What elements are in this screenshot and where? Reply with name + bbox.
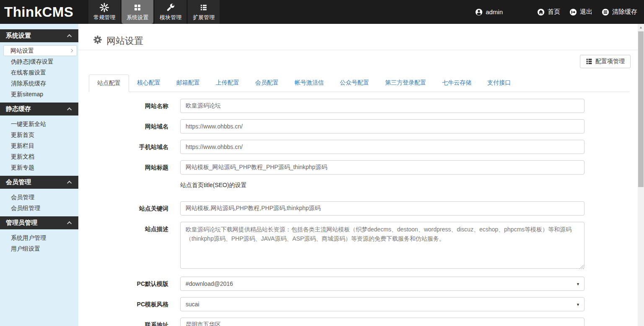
chevron-up-icon <box>67 180 72 185</box>
cache-icon <box>602 8 609 16</box>
sidebar-item[interactable]: 系统用户管理 <box>0 232 78 243</box>
topnav-item-4[interactable]: 扩展管理 <box>188 0 220 24</box>
sidebar-section-title: 会员管理 <box>6 178 31 186</box>
sidebar-item[interactable]: 在线客服设置 <box>0 67 78 78</box>
form-row: 站点关键词 <box>89 201 638 216</box>
mobile-domain-input[interactable] <box>180 140 585 154</box>
tab-9[interactable]: 七牛云存储 <box>434 74 479 92</box>
sidebar-item[interactable]: 更新文档 <box>0 151 78 162</box>
sidebar-section-header[interactable]: 会员管理 <box>0 176 78 189</box>
field-control: sucai▼ <box>180 297 585 311</box>
contact-address-input[interactable] <box>180 318 585 326</box>
app-logo[interactable]: ThinkCMS <box>0 0 79 24</box>
site-domain-input[interactable] <box>180 119 585 133</box>
grid-icon <box>133 3 142 13</box>
field-control <box>180 140 585 154</box>
sidebar-item-label: 更新栏目 <box>11 142 34 149</box>
sidebar-item-label: 清除系统缓存 <box>11 80 46 87</box>
topnav-item-3[interactable]: 模块管理 <box>155 0 186 24</box>
site-title-input[interactable] <box>180 160 585 175</box>
gear-icon <box>93 35 102 47</box>
page-header: 网站设置 <box>78 24 638 50</box>
field-control <box>180 119 585 133</box>
sidebar-item[interactable]: 伪静态|缓存设置 <box>0 56 78 67</box>
topbar-link-label: 首页 <box>548 8 560 16</box>
form-row: 网站标题 <box>89 160 638 175</box>
sidebar-item-label: 伪静态|缓存设置 <box>11 58 54 65</box>
form-row: 网站名称 <box>89 99 638 113</box>
config-items-button-label: 配置项管理 <box>595 58 625 65</box>
tab-1[interactable]: 站点配置 <box>89 74 129 92</box>
sidebar-section-header[interactable]: 静态缓存 <box>0 103 78 116</box>
sidebar-item-label: 会员管理 <box>11 194 34 200</box>
field-label: 网站名称 <box>89 99 168 113</box>
chevron-down-icon: ▼ <box>576 298 580 312</box>
topbar-link-2[interactable]: 退出 <box>569 8 592 16</box>
site-keywords-input[interactable] <box>180 201 585 216</box>
selected-value: sucai <box>186 301 199 308</box>
sidebar-item[interactable]: 网站设置 <box>3 45 77 56</box>
topbar: ThinkCMS 常规管理系统设置模块管理扩展管理 admin首页退出清除缓存 <box>0 0 644 24</box>
topbar-link-1[interactable]: 首页 <box>537 8 560 16</box>
sidebar-item[interactable]: 用户组设置 <box>0 243 78 254</box>
field-control <box>180 318 585 326</box>
topnav-item-2[interactable]: 系统设置 <box>122 0 153 24</box>
sidebar-section-header[interactable]: 系统设置 <box>0 29 78 42</box>
pc-default-template-select[interactable]: #download@2016▼ <box>180 277 585 291</box>
sidebar-item-label: 网站设置 <box>10 46 34 56</box>
sidebar-item[interactable]: 更新专题 <box>0 162 78 173</box>
page-title: 网站设置 <box>93 35 638 47</box>
sidebar-item[interactable]: 清除系统缓存 <box>0 78 78 89</box>
chevron-down-icon: ▼ <box>576 277 580 291</box>
sidebar-item[interactable]: 一键更新全站 <box>0 118 78 129</box>
form-row: 联系地址 <box>89 318 638 326</box>
sidebar-section-header[interactable]: 管理员管理 <box>0 216 78 229</box>
field-control: #download@2016▼ <box>180 277 585 291</box>
tab-7[interactable]: 公众号配置 <box>332 74 377 92</box>
settings-form: 网站名称网站域名手机站域名网站标题.站点首页title(SEO)的设置站点关键词… <box>89 99 638 326</box>
tab-6[interactable]: 帐号激活信 <box>287 74 332 92</box>
field-label: PC默认模版 <box>89 277 168 291</box>
config-items-button[interactable]: 配置项管理 <box>580 55 631 68</box>
selected-value: #download@2016 <box>186 280 233 287</box>
user-icon <box>475 8 483 16</box>
menu-list-icon <box>586 58 592 66</box>
field-label: 站点描述 <box>89 222 168 270</box>
chevron-up-icon <box>67 107 72 112</box>
chevron-up-icon <box>67 34 72 39</box>
tab-2[interactable]: 核心配置 <box>129 74 168 92</box>
topnav-item-1[interactable]: 常规管理 <box>88 0 120 24</box>
field-label: 网站标题 <box>89 160 168 175</box>
field-label: 联系地址 <box>89 318 168 326</box>
sidebar-item[interactable]: 会员管理 <box>0 192 78 203</box>
sidebar-section-title: 系统设置 <box>6 32 31 40</box>
sidebar-item[interactable]: 更新首页 <box>0 129 78 140</box>
vertical-scrollbar[interactable]: ▲ <box>638 24 644 326</box>
sidebar-section-items: 系统用户管理用户组设置 <box>0 229 78 257</box>
user-menu[interactable]: admin <box>475 8 503 16</box>
tab-3[interactable]: 邮箱配置 <box>168 74 208 92</box>
sidebar-item[interactable]: 更新栏目 <box>0 140 78 151</box>
tab-4[interactable]: 上传配置 <box>208 74 247 92</box>
asterisk-icon <box>100 3 109 13</box>
sidebar-item-label: 更新sitemap <box>11 91 43 98</box>
topbar-link-3[interactable]: 清除缓存 <box>602 8 637 16</box>
sidebar-section-items: 会员管理会员组管理 <box>0 189 78 216</box>
sidebar-item[interactable]: 更新sitemap <box>0 89 78 100</box>
scrollbar-up-arrow[interactable]: ▲ <box>638 24 644 31</box>
field-label: 手机站域名 <box>89 140 168 154</box>
scrollbar-thumb[interactable] <box>638 31 644 187</box>
sidebar-item-label: 一键更新全站 <box>11 121 46 127</box>
sidebar-item-label: 更新首页 <box>11 131 34 138</box>
tab-8[interactable]: 第三方登录配置 <box>377 74 434 92</box>
field-label: PC模板风格 <box>89 297 168 311</box>
sidebar-item[interactable]: 会员组管理 <box>0 203 78 213</box>
tab-10[interactable]: 支付接口 <box>479 74 519 92</box>
tab-5[interactable]: 会员配置 <box>247 74 287 92</box>
username: admin <box>486 8 503 15</box>
site-name-input[interactable] <box>180 99 585 113</box>
sidebar-item-label: 系统用户管理 <box>11 234 46 241</box>
form-help-row: .站点首页title(SEO)的设置 <box>89 181 638 195</box>
pc-template-style-select[interactable]: sucai▼ <box>180 297 585 311</box>
site-description-textarea[interactable]: 欧皇源码论坛下载网提供精品站长资源：包括各类主流网站模板（织梦dedecms、d… <box>180 222 585 269</box>
